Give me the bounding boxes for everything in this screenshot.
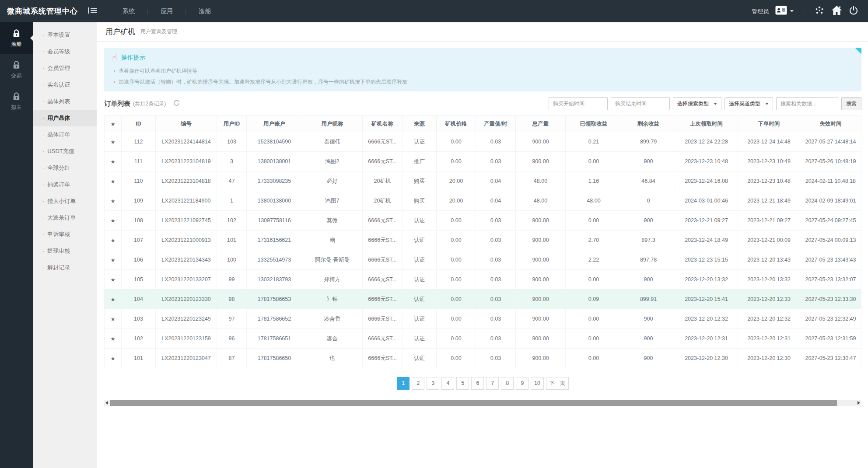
scrollbar-thumb[interactable] [110, 400, 837, 406]
search-button[interactable]: 搜索 [841, 97, 861, 110]
favorite-star-icon[interactable]: ★ [105, 329, 122, 349]
sidebar-item-14[interactable]: ·解封记录 [33, 259, 97, 276]
cell-11: 46.84 [622, 171, 675, 191]
search-type-select[interactable]: 选择搜索类型 [673, 97, 721, 110]
sidebar-item-2[interactable]: ·会员管理 [33, 60, 97, 77]
clear-cache-button[interactable] [814, 5, 825, 17]
sidebar-item-5[interactable]: ·用户晶体 [33, 110, 97, 126]
sidebar-item-12[interactable]: ·申诉审核 [33, 226, 97, 243]
table-row[interactable]: ★108LX2023122109274510213097758116莫微6666… [105, 211, 861, 231]
keyword-input[interactable] [776, 97, 838, 110]
favorite-star-icon[interactable]: ★ [105, 349, 122, 368]
collapse-menu-button[interactable] [86, 5, 99, 18]
sidebar-item-8[interactable]: ·全球分红 [33, 160, 97, 176]
cell-10: 48.00 [566, 191, 622, 211]
page-button-7[interactable]: 7 [486, 377, 499, 390]
page-button-9[interactable]: 9 [516, 377, 528, 390]
cell-1: LX20231220123330 [156, 290, 217, 309]
chevron-down-icon [765, 103, 769, 105]
page-subtitle: 用户查询及管理 [140, 28, 177, 35]
scroll-right-icon[interactable] [858, 401, 860, 405]
cell-7: 0.00 [437, 250, 476, 270]
sidebar-item-label: 猜大小订单 [47, 198, 76, 204]
favorite-star-icon[interactable]: ★ [105, 250, 122, 270]
pagination: 12345678910下一页 [104, 377, 861, 390]
favorite-star-icon[interactable]: ★ [105, 211, 122, 231]
refresh-button[interactable] [173, 99, 180, 108]
nav-item-1[interactable]: 应用 [148, 7, 185, 15]
page-button-5[interactable]: 5 [456, 377, 469, 390]
table-row[interactable]: ★104LX202312201233309817817586653氵钻6666元… [105, 290, 861, 309]
admin-account-button[interactable] [775, 6, 794, 17]
table-row[interactable]: ★101LX202312201230478717817586650也6666元S… [105, 349, 861, 368]
dots-cluster-icon [814, 5, 825, 17]
table-row[interactable]: ★106LX2023122013434310013325514973阿尔曼·吾斯… [105, 250, 861, 270]
orders-table: ★ID编号用户ID用户账户用户昵称矿机名称来源矿机价格产量值/时总产量已领取收益… [104, 115, 861, 368]
table-row[interactable]: ★111LX20231223104819313800138001鸿图26666元… [105, 152, 861, 171]
table-row[interactable]: ★102LX202312201231599617817586651凑合6666元… [105, 329, 861, 349]
next-page-button[interactable]: 下一页 [546, 377, 569, 390]
nav-item-0[interactable]: 系统 [110, 7, 147, 15]
table-row[interactable]: ★109LX20231221184900113800138000鸿图720矿机购… [105, 191, 861, 211]
cell-12: 2023-12-21 09:27 [675, 211, 738, 231]
sidebar-item-label: USDT充值 [47, 148, 74, 154]
sidebar-item-9[interactable]: ·抽奖订单 [33, 176, 97, 193]
sidebar-item-10[interactable]: ·猜大小订单 [33, 193, 97, 210]
table-row[interactable]: ★110LX202312231048184717333098235必好20矿机购… [105, 171, 861, 191]
sidebar-item-13[interactable]: ·提现审核 [33, 243, 97, 259]
cell-4: 秦德伟 [302, 132, 363, 152]
favorite-star-icon[interactable]: ★ [105, 132, 122, 152]
sidebar-item-4[interactable]: ·晶体列表 [33, 93, 97, 110]
purchase-end-input[interactable] [611, 97, 670, 110]
bullet-dot-icon: · [42, 164, 44, 171]
purchase-start-input[interactable] [549, 97, 608, 110]
table-row[interactable]: ★103LX202312201232499717817586652凑合香6666… [105, 309, 861, 329]
favorite-star-icon[interactable]: ★ [105, 191, 122, 211]
sidebar-item-1[interactable]: ·会员等级 [33, 43, 97, 60]
sidebar-item-7[interactable]: ·USDT充值 [33, 143, 97, 160]
favorite-star-icon[interactable]: ★ [105, 290, 122, 309]
table-row[interactable]: ★107LX2023122100091310117316156621幽6666元… [105, 231, 861, 250]
cell-3: 17316156621 [247, 231, 302, 250]
column-header-14: 失效时间 [800, 116, 861, 132]
sidebar-item-11[interactable]: ·大逃杀订单 [33, 210, 97, 226]
favorite-star-icon[interactable]: ★ [105, 171, 122, 191]
cell-1: LX20231221184900 [156, 191, 217, 211]
chevron-down-icon [714, 103, 717, 105]
favorite-star-icon[interactable]: ★ [105, 270, 122, 290]
rail-item-2[interactable]: 报表 [0, 85, 33, 117]
cell-12: 2023-12-20 12:31 [675, 329, 738, 349]
page-button-6[interactable]: 6 [471, 377, 484, 390]
page-button-10[interactable]: 10 [531, 377, 543, 390]
favorite-star-icon[interactable]: ★ [105, 231, 122, 250]
page-button-3[interactable]: 3 [427, 377, 439, 390]
sidebar-item-0[interactable]: ·基本设置 [33, 27, 97, 43]
favorite-star-icon[interactable]: ★ [105, 309, 122, 329]
favorite-star-icon[interactable]: ★ [105, 152, 122, 171]
page-button-2[interactable]: 2 [412, 377, 424, 390]
rail-item-1[interactable]: 交易 [0, 54, 33, 85]
logout-button[interactable] [849, 6, 858, 17]
cell-8: 0.03 [476, 349, 516, 368]
horizontal-scrollbar[interactable] [104, 400, 861, 406]
cell-14: 2027-05-26 10:48:19 [800, 152, 861, 171]
page-button-4[interactable]: 4 [441, 377, 454, 390]
table-row[interactable]: ★112LX2023122414481410315238104590秦德伟666… [105, 132, 861, 152]
scroll-left-icon[interactable] [105, 401, 108, 405]
cell-2: 96 [217, 329, 247, 349]
sidebar-item-3[interactable]: ·实名认证 [33, 77, 97, 93]
page-button-8[interactable]: 8 [501, 377, 514, 390]
cell-14: 2027-05-24 00:09:13 [800, 231, 861, 250]
cell-8: 0.03 [476, 231, 516, 250]
rail-item-0[interactable]: 渔船 [0, 22, 33, 54]
channel-type-select[interactable]: 选择渠道类型 [724, 97, 773, 110]
cell-1: LX20231220123047 [156, 349, 217, 368]
nav-item-2[interactable]: 渔船 [186, 7, 223, 15]
home-button[interactable] [831, 5, 842, 17]
page-button-1[interactable]: 1 [397, 377, 410, 390]
cell-5: 6666元ST... [363, 270, 402, 290]
sidebar-item-6[interactable]: ·晶体订单 [33, 126, 97, 143]
cell-2: 102 [217, 211, 247, 231]
column-header-10: 已领取收益 [566, 116, 622, 132]
table-row[interactable]: ★105LX202312201332079913032183793郑博方6666… [105, 270, 861, 290]
